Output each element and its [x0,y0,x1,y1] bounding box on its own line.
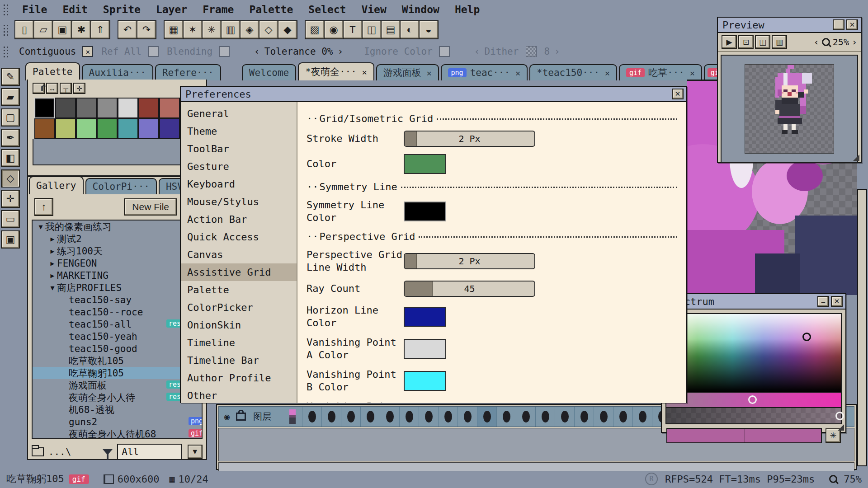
drag-grip-icon[interactable] [3,24,10,36]
diagonal-b-button[interactable]: ◆ [278,21,297,38]
palette-swatch[interactable] [34,98,55,118]
frame-cell[interactable] [555,407,574,427]
tree-item-item[interactable]: 夜萌全身小人待resp [33,391,202,404]
eraser-tool-button[interactable]: ▰ [1,88,20,106]
tree-item-profiles[interactable]: ▼商店PROFILES [33,282,202,294]
dither-select-button[interactable]: ▨ [306,21,324,38]
ray-count-slider[interactable]: 45 [404,281,535,297]
preferences-titlebar[interactable]: Preferences ✕ [181,87,686,102]
resize-grip[interactable] [838,424,844,431]
new-file-button[interactable]: New File [124,198,177,216]
doc-tab-item[interactable]: *夜萌全···✕ [298,62,374,80]
zoom-out-arrow[interactable]: ‹ [814,37,819,47]
tree-item-100[interactable]: ▶练习100天 [33,245,202,257]
sv-cursor[interactable] [802,333,811,341]
minimize-button[interactable]: – [833,19,844,30]
dither-inc-arrow[interactable]: › [554,46,560,57]
close-button[interactable]: ✕ [846,19,858,30]
frame-cell[interactable] [496,407,516,427]
current-color-swatch[interactable] [666,428,822,443]
tree-item-105[interactable]: 吃草鞠躬105 [33,367,202,379]
prefs-nav-onionskin[interactable]: OnionSkin [181,316,297,334]
stamp-tool-button[interactable]: ▣ [1,230,20,249]
palette-swatch[interactable] [97,118,118,139]
select-rect-tool-button[interactable]: ▢ [1,108,20,127]
tree-item-68[interactable]: 夜萌全身小人待机68gif [33,428,202,439]
frame-cell[interactable] [380,407,399,427]
perspective-rays-button[interactable]: ✳ [203,21,221,38]
prefs-nav-other[interactable]: Other [181,387,297,404]
contrast-button[interactable]: ◐ [401,21,419,38]
palette-swatch[interactable] [138,98,159,118]
frame-cell[interactable] [321,407,341,427]
open-file-button[interactable]: ▱ [34,21,52,38]
doc-tab-item[interactable]: 游戏面板✕ [376,64,439,80]
vanishing-point-c-color-swatch[interactable] [404,403,446,404]
zoom-in-arrow[interactable]: › [852,37,857,47]
tree-item-fengeon[interactable]: ▶FENGEON [33,257,202,269]
menu-select[interactable]: Select [301,2,354,17]
redo-button[interactable]: ↷ [137,21,156,38]
expand-icon[interactable]: ▶ [48,247,57,255]
tab-auxilia[interactable]: Auxilia··· [82,64,153,80]
dither-pattern-icon[interactable] [526,46,537,57]
contiguous-checkbox[interactable] [82,46,93,57]
drag-grip-icon[interactable] [3,4,10,15]
close-icon[interactable]: ✕ [688,68,695,78]
palette-swatch[interactable] [159,98,180,118]
prefs-nav-theme[interactable]: Theme [181,122,297,140]
palette-swatch[interactable] [55,98,76,118]
prefs-nav-action-bar[interactable]: Action Bar [181,211,297,228]
text-select-button[interactable]: T [344,21,362,38]
layout-button[interactable]: ▤ [382,21,400,38]
prefs-nav-mouse-stylus[interactable]: Mouse/Stylus [181,193,297,211]
undo-button[interactable]: ↶ [118,21,137,38]
gear-button[interactable]: ✱ [72,21,90,38]
tree-item-teac150-good[interactable]: teac150-good [33,343,202,355]
palette-swatch[interactable] [97,98,118,118]
move-tool-button[interactable]: ✛ [1,190,20,208]
export-button[interactable]: ⇑ [91,21,109,38]
symmetry-line-color-swatch[interactable] [404,202,446,221]
new-file-button[interactable]: ▯ [15,21,33,38]
doc-tab-item[interactable]: gif吃草···✕ [619,64,702,80]
menu-edit[interactable]: Edit [55,2,95,17]
palette-swatch[interactable] [118,118,138,139]
preview-titlebar[interactable]: Preview – ✕ [718,18,861,33]
eyedropper-tool-button[interactable]: ✒ [1,129,20,147]
hue-cursor[interactable] [748,395,757,404]
perspective-grid-line-width-slider[interactable]: 2 Px [404,253,535,269]
tree-item-teac150-all[interactable]: teac150-allresp [33,318,202,330]
tree-item-teac150-roce[interactable]: teac150--roce [33,306,202,318]
frame-button[interactable]: ▥ [222,21,240,38]
pencil-tool-button[interactable]: ✎ [1,68,20,86]
pin-button[interactable]: ◈ [241,21,259,38]
tree-item-teac150-yeah[interactable]: teac150-yeah [33,330,202,343]
expand-icon[interactable]: ▶ [48,235,57,243]
collapse-icon[interactable]: ▼ [36,223,45,231]
frame-cell[interactable] [477,407,496,427]
hue-slider[interactable] [665,393,842,408]
frame-cell[interactable] [613,407,632,427]
prefs-nav-gesture[interactable]: Gesture [181,158,297,175]
tree-item-guns2[interactable]: guns2png [33,416,202,428]
minimize-button[interactable]: – [817,296,829,307]
frame-cell[interactable] [458,407,477,427]
color-swatch[interactable] [404,154,446,174]
menu-view[interactable]: View [354,2,394,17]
open-folder-icon[interactable] [32,447,44,456]
tree-item-68[interactable]: 机68-透视 [33,404,202,416]
vanishing-point-b-color-swatch[interactable] [404,371,446,391]
frame-cell[interactable] [399,407,419,427]
tree-item-105[interactable]: 吃草敬礼105 [33,355,202,367]
tab-refere[interactable]: Refere··· [155,64,221,80]
filter-icon[interactable] [103,449,113,455]
palette-swatch[interactable] [138,118,159,139]
drag-grip-icon[interactable] [3,46,10,57]
split-button[interactable]: ◫ [755,35,770,49]
frame-cell[interactable] [360,407,380,427]
frame-cell[interactable] [535,407,555,427]
frame-cell[interactable] [574,407,594,427]
timeline-scrollbar[interactable] [218,462,854,471]
prefs-nav-keyboard[interactable]: Keyboard [181,175,297,193]
